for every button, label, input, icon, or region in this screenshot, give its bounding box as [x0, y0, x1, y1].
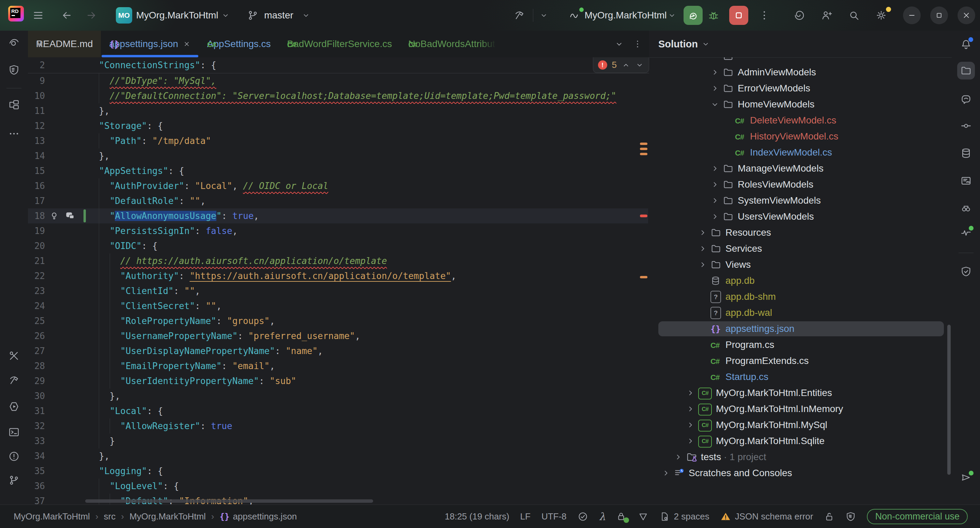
line-number[interactable]: 37 [28, 494, 45, 505]
line-number[interactable]: 25 [28, 313, 45, 329]
line-number[interactable]: 22 [28, 268, 45, 284]
code-line-9[interactable]: 9 //"DbType": "MySql", [28, 73, 649, 88]
line-number[interactable]: 10 [28, 88, 45, 103]
dotnet-config-icon[interactable] [569, 10, 580, 21]
window-maximize-button[interactable] [930, 6, 948, 24]
back-icon[interactable] [61, 10, 73, 21]
tab-NoBadWordsAttribute.cs[interactable]: C#NoBadWordsAttribute.cs [400, 31, 504, 57]
endpoints-icon[interactable] [960, 203, 972, 214]
chevron-right-icon[interactable] [710, 67, 720, 77]
code-line-28[interactable]: 28 "EmailPropertyName": "email", [28, 359, 649, 373]
line-number[interactable]: 2 [28, 57, 45, 73]
line-number[interactable]: 11 [28, 103, 45, 118]
chevron-right-icon[interactable] [661, 468, 671, 478]
code-line-13[interactable]: 13 "Path": "/tmp/data" [28, 133, 649, 148]
line-number[interactable]: 24 [28, 298, 45, 313]
build-icon[interactable] [8, 375, 20, 386]
ai-chat-icon[interactable] [960, 94, 972, 105]
main-menu-icon[interactable] [32, 10, 44, 21]
line-number[interactable]: 35 [28, 464, 45, 479]
tree-item-app.db-shm[interactable]: ?app.db-shm [649, 289, 952, 304]
run-config-name[interactable]: MyOrg.MarkToHtml [584, 10, 667, 21]
line-number[interactable]: 14 [28, 148, 45, 163]
line-number[interactable]: 34 [28, 448, 45, 464]
code-line-21[interactable]: 21 // https://auth.aiursoft.cn/applicati… [28, 254, 649, 268]
indent-config[interactable]: 2 spaces [659, 511, 710, 522]
stripe-mark[interactable] [640, 153, 648, 155]
code-line-14[interactable]: 14 }, [28, 148, 649, 163]
run-config-chevron-icon[interactable] [668, 11, 676, 20]
code-line-16[interactable]: 16 "AuthProvider": "Local", // OIDC or L… [28, 179, 649, 193]
horizontal-scrollbar[interactable] [85, 499, 373, 503]
tree-item-Scratches and Consoles[interactable]: Scratches and Consoles [649, 466, 952, 480]
chevron-right-icon[interactable] [710, 212, 720, 222]
tab-AppSettings.cs[interactable]: C#AppSettings.cs [199, 31, 279, 57]
tree-scrollbar[interactable] [947, 325, 951, 475]
stop-button[interactable] [729, 6, 748, 25]
line-number[interactable]: 19 [28, 223, 45, 238]
ai-suggestion-icon[interactable] [65, 211, 75, 221]
project-avatar[interactable]: MO [116, 7, 132, 24]
highlighting-level-icon[interactable]: λ [599, 510, 606, 523]
line-number[interactable]: 31 [28, 404, 45, 418]
tree-item-ManageViewModels[interactable]: ManageViewModels [649, 161, 952, 176]
code-line-2[interactable]: 2 "ConnectionStrings": { [28, 57, 649, 73]
problems-icon[interactable] [8, 451, 20, 462]
tree-item-IndexViewModel.cs[interactable]: C#IndexViewModel.cs [649, 145, 952, 160]
line-number[interactable]: 27 [28, 343, 45, 359]
tab-appsettings.json[interactable]: {}appsettings.json [101, 31, 199, 57]
more-tool-windows-icon[interactable] [8, 128, 20, 139]
settings-gear-icon[interactable] [875, 10, 887, 21]
stripe-mark[interactable] [640, 143, 648, 145]
terminal-icon[interactable] [8, 426, 20, 438]
code-line-33[interactable]: 33 } [28, 434, 649, 448]
chevron-right-icon[interactable] [710, 180, 720, 189]
code-line-32[interactable]: 32 "AllowRegister": true [28, 418, 649, 434]
code-with-me-icon[interactable] [821, 10, 832, 21]
check-circle-icon[interactable] [578, 511, 588, 522]
encoding[interactable]: UTF-8 [541, 511, 567, 522]
next-error-chevron-icon[interactable] [635, 61, 644, 70]
code-line-12[interactable]: 12 "Storage": { [28, 118, 649, 133]
line-number[interactable]: 9 [28, 73, 45, 88]
build-chevron-icon[interactable] [539, 11, 548, 20]
problems-shield-icon[interactable] [8, 64, 20, 76]
line-number[interactable]: 26 [28, 329, 45, 343]
chevron-right-icon[interactable] [686, 388, 695, 398]
profiler-icon[interactable] [960, 472, 972, 483]
git-branch-icon[interactable] [247, 10, 259, 21]
line-number[interactable]: 30 [28, 389, 45, 404]
line-number[interactable]: 21 [28, 254, 45, 268]
code-line-31[interactable]: 31 "Local": { [28, 404, 649, 418]
code-line-10[interactable]: 10 //"DefaultConnection": "Server=localh… [28, 88, 649, 103]
code-line-22[interactable]: 22 "Authority": "https://auth.aiursoft.c… [28, 268, 649, 284]
code-line-20[interactable]: 20 "OIDC": { [28, 238, 649, 254]
tree-item-HomeViewModels[interactable]: HomeViewModels [649, 97, 952, 112]
tab-BadWordFilterService.cs[interactable]: C#BadWordFilterService.cs [279, 31, 400, 57]
tab-list-chevron-icon[interactable] [614, 39, 624, 49]
run-icon[interactable] [8, 401, 20, 412]
window-minimize-button[interactable] [903, 6, 921, 24]
chevron-right-icon[interactable] [710, 164, 720, 173]
lock-status-icon[interactable] [616, 511, 627, 522]
stripe-mark[interactable] [640, 276, 648, 278]
tree-item-appsettings.json[interactable]: {}appsettings.json [649, 321, 952, 336]
chevron-right-icon[interactable] [698, 244, 707, 254]
chevron-right-icon[interactable] [698, 260, 707, 270]
caret-position[interactable]: 18:25 (19 chars) [445, 511, 509, 522]
tree-item-MyOrg.MarkToHtml.Entities[interactable]: C#MyOrg.MarkToHtml.Entities [649, 385, 952, 400]
chevron-right-icon[interactable] [686, 436, 695, 446]
code-line-26[interactable]: 26 "UsernamePropertyName": "preferred_us… [28, 329, 649, 343]
commit-icon[interactable] [960, 120, 972, 132]
code-line-15[interactable]: 15 "AppSettings": { [28, 163, 649, 179]
code-line-34[interactable]: 34 }, [28, 448, 649, 464]
solution-explorer-icon[interactable] [957, 62, 975, 80]
breadcrumb-item[interactable]: MyOrg.MarkToHtml [129, 511, 206, 522]
lightbulb-icon[interactable] [49, 211, 59, 221]
more-actions-kebab-icon[interactable] [759, 10, 770, 21]
line-number[interactable]: 13 [28, 133, 45, 148]
shield-status-icon[interactable] [845, 511, 856, 522]
breadcrumb-item[interactable]: src [104, 511, 116, 522]
line-number[interactable]: 17 [28, 193, 45, 208]
nabla-indicator-icon[interactable] [638, 511, 648, 522]
